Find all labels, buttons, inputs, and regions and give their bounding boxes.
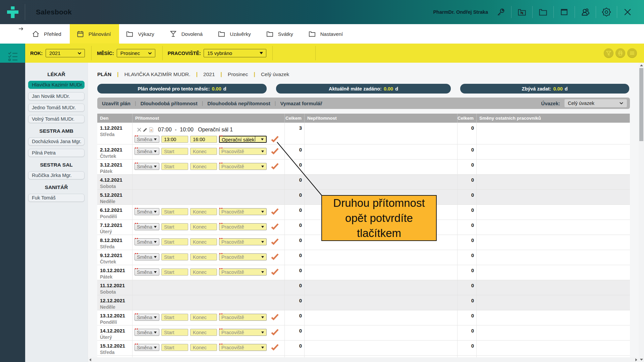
app-logo[interactable] [0,0,25,24]
end-time-input[interactable]: Konec [190,208,217,215]
sidebar-person-item[interactable]: Ručička Jirka Mgr. [28,171,85,179]
close-icon[interactable] [618,5,637,19]
confirm-check-button[interactable] [271,208,279,215]
nav-tab-vykazy[interactable]: Výkazy [119,24,162,44]
end-time-input[interactable]: Konec [190,223,217,230]
start-time-input[interactable]: Start [161,344,188,351]
shift-type-select[interactable]: Směna [135,253,159,260]
horizontal-scrollbar[interactable] [88,357,639,362]
shift-type-select[interactable]: Směna [135,148,159,155]
start-time-input[interactable]: Start [161,223,188,230]
sidebar-person-item[interactable]: Hlavička Kazimír MUDr. [28,81,85,89]
nav-tab-planovani[interactable]: Plánování [70,24,119,44]
vertical-scroll-thumb[interactable] [639,68,643,141]
nav-tab-nastaveni[interactable]: Nastavení [302,24,352,44]
nav-tab-svatky[interactable]: Svátky [259,24,302,44]
start-time-input[interactable]: Start [161,163,188,170]
sidebar-person-item[interactable]: Volný Tomáš MUDr. [28,115,85,123]
mesic-select[interactable]: Prosinec [117,49,155,57]
start-time-input[interactable]: Start [161,329,188,336]
filter-funnel-button[interactable] [604,48,613,58]
folder-icon[interactable] [534,5,552,19]
workplace-select[interactable]: Pracoviště [219,148,267,155]
toolbar-action[interactable]: Uzavřít plán [102,101,130,106]
maximize-icon[interactable] [555,5,574,19]
confirm-check-button[interactable] [271,329,279,336]
sidebar-person-item[interactable]: Docházková Jana Mgr. [28,137,85,145]
workplace-select[interactable]: Pracoviště [219,344,267,351]
scroll-down-arrow[interactable] [639,357,644,362]
workplace-select[interactable]: Pracoviště [219,314,267,321]
end-time-input[interactable]: Konec [190,314,217,321]
shift-type-select[interactable]: Směna [135,329,159,336]
workplace-select[interactable]: Pracoviště [219,238,267,245]
delete-entry-icon[interactable] [137,127,142,132]
confirm-check-button[interactable] [271,136,279,143]
toolbar-action[interactable]: Vymazat formulář [280,101,322,106]
nav-tab-uzaverky[interactable]: Uzávěrky [211,24,259,44]
confirm-check-button[interactable] [271,238,279,245]
start-time-input[interactable]: Start [161,253,188,260]
workplace-select[interactable]: Pracoviště [219,268,267,276]
confirm-check-button[interactable] [271,223,279,230]
confirm-check-button[interactable] [271,253,279,260]
end-time-input[interactable]: Konec [190,253,217,260]
confirm-check-button[interactable] [271,314,279,321]
end-time-input[interactable]: Konec [190,329,217,336]
shift-type-select[interactable]: Směna [135,223,159,230]
user-name[interactable]: PharmDr. Ondřej Straka [433,9,488,15]
end-time-input[interactable]: Konec [190,163,217,170]
workplace-select[interactable]: Pracoviště [219,253,267,260]
shift-type-select[interactable]: Směna [135,163,159,170]
confirm-check-button[interactable] [271,268,279,276]
workplace-select[interactable]: Pracoviště [219,329,267,336]
settings-gear-icon[interactable] [597,5,616,19]
workplace-select[interactable]: Pracoviště [219,163,267,170]
shift-type-select[interactable]: Směna [135,238,159,245]
users-icon[interactable] [576,5,595,19]
folder-n-icon[interactable] [513,5,531,19]
scroll-left-arrow[interactable] [88,357,93,362]
confirm-check-button[interactable] [271,163,279,170]
print-button[interactable] [615,48,625,58]
pracoviste-select[interactable]: 15 vybráno [204,49,266,57]
shift-type-select[interactable]: Směna [135,314,159,321]
start-time-input[interactable]: Start [161,148,188,155]
nav-tab-dovolena[interactable]: Dovolená [163,24,211,44]
confirm-check-button[interactable] [271,344,279,351]
end-time-input[interactable]: Konec [190,268,217,276]
shift-type-select[interactable]: Směna [135,208,159,215]
sidebar-person-item[interactable]: Fuk Tomáš [28,194,85,202]
shift-type-select[interactable]: Směna [135,268,159,276]
start-time-input[interactable]: Start [161,238,188,245]
workplace-select[interactable]: Pracoviště [219,208,267,215]
start-time-input[interactable]: Start [161,268,188,276]
shift-type-select[interactable]: Směna [135,136,159,143]
start-time-input[interactable]: Start [161,314,188,321]
scroll-up-arrow[interactable] [639,63,644,68]
rok-select[interactable]: 2021 [46,49,85,57]
workplace-select[interactable]: Operační sálek [219,136,267,143]
workplace-select[interactable]: Pracoviště [219,223,267,230]
edit-entry-icon[interactable] [143,127,148,132]
start-time-input[interactable]: 13:00 [161,136,188,143]
end-time-input[interactable]: 16:00 [190,136,217,143]
shift-type-select[interactable]: Směna [135,344,159,351]
end-time-input[interactable]: Konec [190,238,217,245]
sidebar-person-item[interactable]: Jedno Tomáš MUDr. [28,104,85,112]
sidebar-person-item[interactable]: Pilná Petra [28,149,85,157]
sidebar-person-item[interactable]: Jan Novák MUDr. [28,92,85,100]
toolbar-action[interactable]: Dlouhodobá přítomnost [141,101,198,106]
confirm-check-button[interactable] [271,148,279,155]
password-key-icon[interactable] [491,5,510,19]
start-time-input[interactable]: Start [161,208,188,215]
end-time-input[interactable]: Konec [190,344,217,351]
vertical-scrollbar[interactable] [639,63,644,362]
toolbar-action[interactable]: Dlouhodobá nepřítomnost [207,101,270,106]
menu-button[interactable] [627,48,637,58]
scroll-right-arrow[interactable] [634,357,639,362]
nav-tab-prehled[interactable]: Přehled [25,24,70,44]
collapse-arrow-icon[interactable] [18,26,25,32]
end-time-input[interactable]: Konec [190,148,217,155]
copy-entry-icon[interactable] [149,127,154,132]
